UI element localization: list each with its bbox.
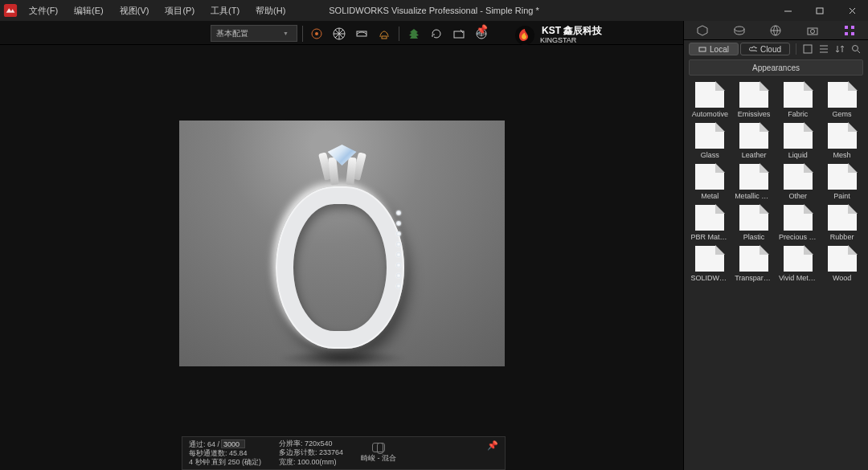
view-list-icon[interactable]	[817, 43, 831, 55]
library-folder[interactable]: Vivid Metalli...	[779, 246, 818, 282]
menu-tools[interactable]: 工具(T)	[203, 0, 248, 21]
folder-label: Leather	[735, 151, 773, 159]
close-button[interactable]	[836, 0, 868, 21]
fast-icon[interactable]	[376, 26, 392, 42]
view-large-icon[interactable]	[800, 43, 815, 55]
tab-model[interactable]	[684, 21, 721, 39]
brand-text-bottom: KINGSTAR	[540, 37, 602, 45]
statusbar-pin-icon[interactable]: 📌	[487, 440, 498, 451]
separator	[302, 26, 303, 42]
status-bar: 通过: 64 /3000 每秒通道数: 45.84 4 秒钟 直到 250 (确…	[182, 436, 506, 470]
library-folder[interactable]: Paint	[822, 164, 862, 200]
refresh-icon[interactable]	[428, 26, 444, 42]
library-folder[interactable]: Emissives	[735, 82, 774, 118]
svg-rect-18	[699, 47, 706, 51]
library-folder[interactable]: Transparent...	[735, 246, 774, 282]
library-folder[interactable]: Mesh	[822, 123, 862, 159]
library-folder[interactable]: Leather	[735, 123, 774, 159]
folder-icon	[784, 164, 813, 190]
menu-help[interactable]: 帮助(H)	[248, 0, 293, 21]
accurender-icon[interactable]	[331, 26, 347, 42]
cloud-button[interactable]: Cloud	[740, 43, 790, 55]
folder-icon	[739, 82, 768, 108]
menu-edit[interactable]: 编辑(E)	[66, 0, 112, 21]
stereo-icon[interactable]	[372, 443, 385, 452]
folder-icon	[739, 205, 768, 231]
library-folder[interactable]: Glass	[690, 123, 730, 159]
resolution-label: 分辨率:	[279, 439, 303, 448]
passes-current: 64 /	[207, 440, 219, 448]
snapshot-icon[interactable]	[451, 26, 467, 42]
right-panel: Local Cloud Appearances AutomotiveEmissi…	[683, 21, 868, 470]
library-folder[interactable]: Gems	[822, 82, 862, 118]
main-menu: 文件(F) 编辑(E) 视图(V) 项目(P) 工具(T) 帮助(H)	[21, 0, 293, 21]
folder-icon	[739, 164, 768, 190]
width-label: 宽度:	[279, 458, 296, 466]
eta-text: 4 秒钟 直到 250 (确定)	[189, 458, 261, 467]
rate-value: 45.84	[229, 449, 248, 457]
sort-icon[interactable]	[833, 43, 847, 55]
poly-label: 多边形计数:	[279, 448, 317, 456]
render-select-icon[interactable]	[309, 26, 325, 42]
library-folder[interactable]: Metallic Paint	[735, 164, 774, 200]
library-folder[interactable]: PBR Materi...	[690, 205, 730, 241]
folder-icon	[695, 123, 724, 149]
tab-scene[interactable]	[721, 21, 758, 39]
library-folder[interactable]: SOLIDWOR...	[690, 246, 730, 282]
folder-icon	[695, 82, 724, 108]
svg-rect-15	[851, 26, 854, 29]
branding-logo: KST 鑫辰科技 KINGSTAR	[514, 22, 602, 48]
tree-icon[interactable]	[406, 26, 422, 42]
configuration-selector[interactable]: 基本配置 ▼	[211, 25, 297, 42]
rate-label: 每秒通道数:	[189, 449, 227, 457]
library-grid: AutomotiveEmissivesFabricGemsGlassLeathe…	[684, 77, 868, 287]
folder-icon	[784, 205, 813, 231]
brand-text-top: KST 鑫辰科技	[542, 26, 602, 36]
folder-icon	[695, 205, 724, 231]
folder-icon	[739, 123, 768, 149]
library-folder[interactable]: Liquid	[779, 123, 818, 159]
library-folder[interactable]: Rubber	[822, 205, 862, 241]
folder-label: Rubber	[823, 233, 862, 241]
library-folder[interactable]: Precious M...	[779, 205, 818, 241]
folder-icon	[828, 246, 857, 272]
library-folder[interactable]: Automotive	[690, 82, 730, 118]
search-icon[interactable]	[849, 43, 863, 55]
folder-icon	[828, 123, 857, 149]
library-folder[interactable]: Plastic	[735, 205, 774, 241]
tab-environment[interactable]	[758, 21, 795, 39]
menu-file[interactable]: 文件(F)	[21, 0, 66, 21]
library-folder[interactable]: Metal	[690, 164, 730, 200]
svg-point-10	[735, 27, 744, 31]
render-viewport[interactable]	[179, 121, 505, 366]
preview-icon[interactable]	[354, 26, 370, 42]
local-button[interactable]: Local	[689, 43, 739, 55]
section-appearances[interactable]: Appearances	[689, 59, 863, 76]
folder-label: Automotive	[690, 110, 729, 118]
folder-label: Vivid Metalli...	[779, 274, 817, 282]
folder-icon	[784, 123, 813, 149]
pin-icon[interactable]: 📌	[476, 24, 488, 35]
app-icon	[3, 3, 18, 18]
folder-label: Glass	[690, 151, 729, 159]
menu-project[interactable]: 项目(P)	[157, 0, 203, 21]
svg-rect-16	[845, 32, 848, 35]
resolution-value: 720x540	[305, 439, 333, 448]
folder-label: PBR Materi...	[690, 233, 729, 241]
library-folder[interactable]: Fabric	[779, 82, 818, 118]
folder-label: Fabric	[779, 110, 817, 118]
svg-rect-17	[851, 32, 854, 35]
tab-library[interactable]	[831, 21, 868, 39]
folder-label: Paint	[823, 192, 862, 200]
folder-label: Other	[779, 192, 817, 200]
passes-total-input[interactable]: 3000	[221, 439, 245, 448]
folder-label: Metallic Paint	[735, 192, 773, 200]
library-folder[interactable]: Wood	[822, 246, 862, 282]
separator	[399, 27, 399, 41]
tab-camera[interactable]	[794, 21, 831, 39]
maximize-button[interactable]	[804, 0, 836, 21]
minimize-button[interactable]	[772, 0, 804, 21]
library-folder[interactable]: Other	[779, 164, 818, 200]
menu-view[interactable]: 视图(V)	[112, 0, 158, 21]
svg-rect-1	[817, 8, 823, 14]
